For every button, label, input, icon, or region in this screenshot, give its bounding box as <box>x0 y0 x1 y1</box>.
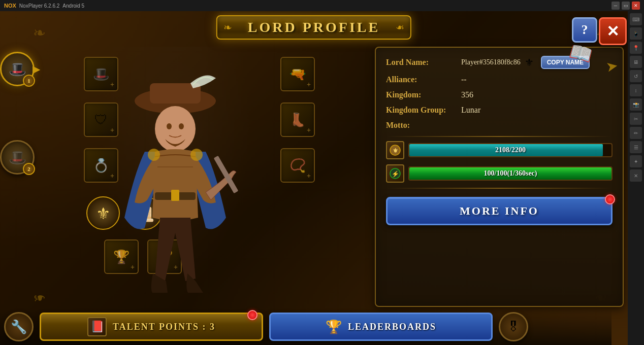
motto-label: Motto: <box>386 121 457 130</box>
nox-sidebar-btn-7[interactable]: 📸 <box>630 98 642 111</box>
game-area: ❧ ❧ ❧ ❧ LORD PROFILE ? ✕ 🎩 1 ▶ 🎩 2 🎩 <box>0 11 628 345</box>
separator-2 <box>386 188 613 189</box>
stamina-progress-text: 100/100(1/360sec) <box>484 169 537 178</box>
alliance-row: Alliance: -- <box>386 75 613 84</box>
exp-icon: ⚜ <box>386 141 404 159</box>
window-controls: ─ ▭ ✕ <box>611 2 640 10</box>
avatar-slot-2[interactable]: 🎩 2 <box>0 140 35 175</box>
weapon-icon: 🔫 <box>289 66 306 82</box>
kingdom-label: Kingdom: <box>386 90 457 99</box>
nox-sidebar-btn-6[interactable]: ↕ <box>630 84 642 96</box>
minimize-btn[interactable]: ─ <box>611 2 620 10</box>
more-info-label: MORE INFO <box>460 204 539 218</box>
stamina-icon: ⚡ <box>386 164 404 183</box>
bottom-left-button[interactable]: 🔧 <box>4 312 34 341</box>
svg-point-8 <box>179 123 184 129</box>
nox-sidebar-btn-1[interactable]: ⌨ <box>630 13 642 25</box>
exp-progress-text: 2108/2200 <box>495 146 526 154</box>
arrow-decoration: ➤ <box>604 57 619 75</box>
stamina-bar-container: ⚡ 100/100(1/360sec) <box>386 164 613 183</box>
svg-point-13 <box>190 149 203 161</box>
lord-emblem-icon: ⚜ <box>525 56 534 68</box>
boots-icon: 👢 <box>289 112 306 128</box>
corner-ornament-bl: ❧ <box>33 289 46 307</box>
nox-version: NoxPlayer 6.2.6.2 <box>19 3 60 9</box>
svg-text:⚡: ⚡ <box>392 170 399 178</box>
nox-sidebar-btn-9[interactable]: ✏ <box>630 127 642 139</box>
more-info-notification-dot <box>605 194 615 204</box>
nox-sidebar-btn-2[interactable]: 📱 <box>630 27 642 40</box>
nox-sidebar-btn-4[interactable]: 🖥 <box>630 56 642 68</box>
page-title: LORD PROFILE <box>248 19 380 35</box>
exp-bar: 2108/2200 <box>408 143 613 157</box>
kingdom-value: 356 <box>461 90 473 99</box>
avatar-icon-1: 🎩 <box>9 61 26 78</box>
nox-sidebar-btn-3[interactable]: 📍 <box>630 42 642 54</box>
trophy-icon: 🏆 <box>326 319 342 335</box>
bottom-left-icon: 🔧 <box>11 319 27 335</box>
kingdom-group-value: Lunar <box>461 106 480 115</box>
stamina-bar: 100/100(1/360sec) <box>408 166 613 181</box>
bottom-right-icon: 🎖 <box>507 319 520 335</box>
portrait-area: 🎩 🛡 💍 🔫 👢 📿 <box>46 47 325 307</box>
bottom-bar: 🔧 📕 TALENT POINTS : 3 🏆 LEADERBOARDS 🎖 <box>0 308 611 345</box>
more-info-button[interactable]: MORE INFO <box>386 197 613 225</box>
alliance-value: -- <box>461 75 467 84</box>
talent-points-label: TALENT POINTS : 3 <box>113 322 215 332</box>
nox-sidebar-btn-12[interactable]: ✕ <box>630 169 642 182</box>
svg-rect-11 <box>171 190 179 201</box>
title-banner-bg: LORD PROFILE <box>216 15 411 40</box>
talent-notification-dot <box>247 310 257 320</box>
svg-point-7 <box>167 123 172 129</box>
nox-sidebar-btn-10[interactable]: ☰ <box>630 141 642 153</box>
avatar-slot-1[interactable]: 🎩 1 ▶ <box>0 52 35 86</box>
nox-os: Android 5 <box>62 3 84 9</box>
talent-points-button[interactable]: 📕 TALENT POINTS : 3 <box>40 313 263 341</box>
kingdom-row: Kingdom: 356 <box>386 90 613 99</box>
motto-row: Motto: <box>386 121 613 130</box>
avatar-level-1: 1 <box>23 75 35 87</box>
nox-sidebar-btn-11[interactable]: ✦ <box>630 155 642 167</box>
separator-1 <box>386 136 613 137</box>
svg-text:⚜: ⚜ <box>393 147 398 154</box>
nox-sidebar-btn-8[interactable]: ✂ <box>630 113 642 125</box>
help-button[interactable]: ? <box>572 17 597 43</box>
restore-btn[interactable]: ▭ <box>622 2 630 10</box>
close-button[interactable]: ✕ <box>599 17 627 45</box>
equipment-slot-weapon[interactable]: 🔫 <box>280 57 315 91</box>
nox-logo: NOX <box>4 3 16 9</box>
title-banner: LORD PROFILE <box>216 15 411 40</box>
nox-sidebar: ⌨ 📱 📍 🖥 ↺ ↕ 📸 ✂ ✏ ☰ ✦ ✕ <box>628 11 644 345</box>
nox-topbar: NOX NoxPlayer 6.2.6.2 Android 5 ─ ▭ ✕ <box>0 0 644 11</box>
equipment-slot-bracelet[interactable]: 📿 <box>280 148 315 183</box>
leaderboards-label: LEADERBOARDS <box>348 322 436 332</box>
exp-bar-container: ⚜ 2108/2200 <box>386 141 613 159</box>
bottom-right-button[interactable]: 🎖 <box>499 312 528 341</box>
svg-point-12 <box>148 149 160 161</box>
corner-ornament-tl: ❧ <box>33 24 46 42</box>
talent-book-icon: 📕 <box>87 317 107 336</box>
info-panel: 📖 ➤ Lord Name: Player#356180f8c86 ⚜ COPY… <box>375 47 624 307</box>
avatar-arrow: ▶ <box>33 63 40 75</box>
lord-name-label: Lord Name: <box>386 58 457 67</box>
avatar-sidebar: 🎩 1 ▶ 🎩 2 <box>4 52 30 304</box>
close-window-btn[interactable]: ✕ <box>632 2 640 10</box>
kingdom-group-label: Kingdom Group: <box>386 106 457 115</box>
avatar-level-2: 2 <box>23 163 35 175</box>
character-figure <box>86 47 264 307</box>
alliance-label: Alliance: <box>386 75 457 84</box>
nox-sidebar-btn-5[interactable]: ↺ <box>630 70 642 82</box>
kingdom-group-row: Kingdom Group: Lunar <box>386 106 613 115</box>
lord-name-value: Player#356180f8c86 <box>461 58 521 66</box>
leaderboards-button[interactable]: 🏆 LEADERBOARDS <box>269 313 493 341</box>
equipment-slot-boots[interactable]: 👢 <box>280 102 315 137</box>
bracelet-icon: 📿 <box>289 158 306 174</box>
avatar-icon-2: 🎩 <box>9 149 26 166</box>
